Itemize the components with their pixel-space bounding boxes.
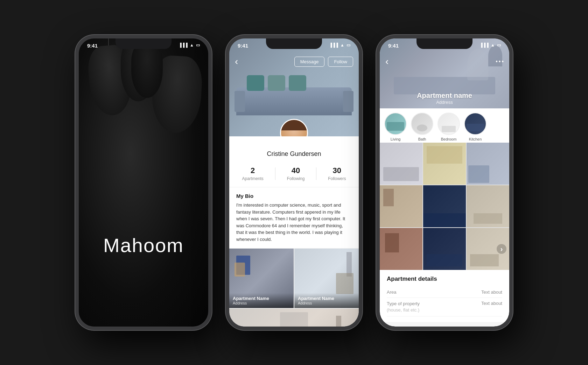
bath-decor	[417, 124, 427, 131]
ph6-decor	[474, 213, 502, 224]
cat-label-bedroom: Bedroom	[441, 137, 457, 141]
next-arrow[interactable]: ›	[497, 244, 506, 254]
cat-kitchen[interactable]: Kitchen	[463, 113, 488, 141]
chair-element	[234, 263, 245, 277]
dot-2: •	[499, 58, 501, 65]
stat-divider-2	[316, 167, 316, 180]
area-value: Text about	[481, 289, 502, 295]
notch-1	[117, 38, 170, 49]
decor-element	[280, 312, 308, 327]
stat-divider-1	[275, 167, 275, 180]
ph2-decor	[427, 146, 462, 164]
apt-name-hero: Apartment name	[380, 92, 509, 100]
photo-1[interactable]	[380, 143, 422, 185]
couch-decoration	[236, 87, 352, 115]
phone-2: 9:41 ▐▐▐ ▲ ▭	[226, 35, 362, 330]
photo-8[interactable]	[423, 228, 466, 270]
grid-overlay-2: Apartment Name Address	[294, 293, 359, 308]
cat-label-bath: Bath	[418, 137, 426, 141]
ph9-decor	[470, 254, 499, 266]
notch-3	[418, 38, 471, 49]
wifi-icon-3: ▲	[491, 43, 495, 48]
cat-bedroom[interactable]: Bedroom	[436, 113, 461, 141]
lamp-p3	[336, 316, 341, 327]
dot-3: •	[502, 58, 504, 65]
photo-3[interactable]	[467, 143, 509, 185]
profile-name-section: Cristine Gundersen 2 Apartments 40 Follo…	[229, 136, 359, 187]
cat-bath[interactable]: Bath	[410, 113, 434, 141]
profile-bio: My Bio I'm interested in computer scienc…	[229, 187, 359, 249]
apt-title-overlay: Apartment name Address	[380, 92, 509, 105]
avatar-face	[281, 120, 307, 136]
phone-1-screen: 9:41 ▐▐▐ ▲ ▭ Mahoom	[79, 38, 208, 327]
bio-title: My Bio	[236, 193, 352, 199]
phone-3: 9:41 ▐▐▐ ▲ ▭ ‹	[376, 35, 513, 330]
battery-icon-3: ▭	[497, 43, 501, 48]
type-value: Text about	[481, 301, 502, 313]
profile-nav: ‹ Message Follow	[235, 56, 353, 67]
follow-button[interactable]: Follow	[328, 57, 353, 67]
ph8-decor	[427, 254, 462, 266]
bio-text: I'm interested in computer science, musi…	[236, 202, 352, 243]
cat-circle-bedroom	[438, 113, 460, 135]
cat-circle-living	[384, 113, 407, 135]
photo-2[interactable]	[423, 143, 466, 185]
avatar-hair	[281, 120, 307, 130]
avatar	[280, 119, 308, 136]
wifi-icon: ▲	[190, 43, 194, 48]
phone-1: 9:41 ▐▐▐ ▲ ▭ Mahoom	[75, 35, 212, 330]
photo-7[interactable]	[380, 228, 422, 270]
time-3: 9:41	[388, 43, 399, 49]
signal-icon-2: ▐▐▐	[329, 43, 338, 48]
notch-2	[268, 38, 320, 49]
apt-addr-1: Address	[233, 301, 290, 305]
lamp-decoration	[79, 38, 208, 226]
cat-label-kitchen: Kitchen	[469, 137, 482, 141]
battery-icon-2: ▭	[346, 43, 350, 48]
detail-type: Type of property(house, flat etc.) Text …	[387, 298, 502, 316]
app-title: Mahoom	[103, 234, 184, 257]
ph3-decor	[468, 165, 489, 183]
cat-living[interactable]: Living	[383, 113, 408, 141]
kitchen-decor	[467, 124, 484, 131]
apt-name-1: Apartment Name	[233, 296, 290, 301]
furniture-element	[336, 273, 354, 294]
pillow-decoration	[247, 75, 306, 91]
grid-item-2[interactable]: Apartment Name Address	[294, 249, 359, 308]
phone-2-screen: 9:41 ▐▐▐ ▲ ▭	[229, 38, 359, 327]
cat-circle-kitchen	[464, 113, 486, 135]
status-icons-1: ▐▐▐ ▲ ▭	[179, 43, 200, 48]
apt-back-button[interactable]: ‹	[385, 56, 388, 67]
photo-9[interactable]: ›	[467, 228, 509, 270]
apt-details-title: Apartment details	[387, 275, 502, 282]
dots-menu[interactable]: • • •	[496, 58, 504, 65]
photo-4[interactable]	[380, 185, 422, 227]
photo-6[interactable]	[467, 185, 509, 227]
detail-area: Area Text about	[387, 287, 502, 298]
battery-icon: ▭	[196, 43, 200, 48]
grid-overlay-1: Apartment Name Address	[229, 293, 294, 308]
living-decor	[387, 122, 404, 131]
followers-label: Followers	[328, 176, 346, 181]
dot-1: •	[496, 58, 498, 65]
cat-label-living: Living	[391, 137, 401, 141]
time-1: 9:41	[87, 43, 98, 49]
bedroom-decor	[442, 126, 456, 132]
category-row: Living Bath Bedroom	[380, 108, 509, 143]
back-button[interactable]: ‹	[235, 56, 238, 67]
area-label: Area	[387, 289, 396, 295]
ph7-decor	[385, 233, 399, 252]
stat-following: 40 Following	[287, 166, 305, 181]
following-count: 40	[287, 166, 305, 175]
message-button[interactable]: Message	[294, 57, 325, 67]
phone-3-screen: 9:41 ▐▐▐ ▲ ▭ ‹	[380, 38, 509, 327]
ph4-decor	[383, 189, 394, 206]
grid-item-1[interactable]: Apartment Name Address	[229, 249, 294, 308]
time-2: 9:41	[238, 43, 248, 49]
photo-5[interactable]	[423, 185, 466, 227]
grid-item-3[interactable]	[229, 309, 359, 327]
apartments-count: 2	[242, 166, 263, 175]
profile-stats: 2 Apartments 40 Following 30 Followers	[229, 163, 359, 184]
following-label: Following	[287, 176, 305, 181]
apartments-label: Apartments	[242, 176, 263, 181]
